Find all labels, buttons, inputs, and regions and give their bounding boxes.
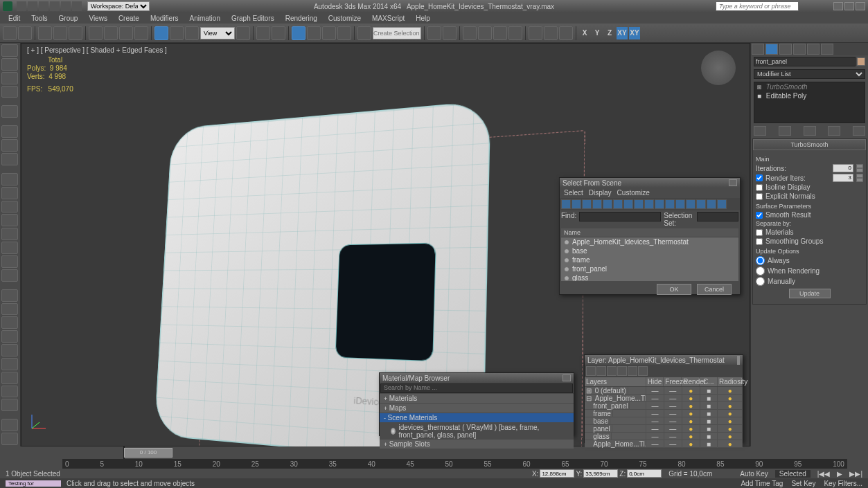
render-iters-spinner[interactable]: 3 [833, 174, 853, 182]
qa-btn[interactable] [39, 1, 48, 11]
filter-btn[interactable] [707, 199, 716, 209]
playback-play-button[interactable]: ▶ [837, 470, 842, 478]
key-filter-select[interactable]: Selected [775, 470, 811, 478]
left-tool[interactable] [1, 330, 18, 343]
material-search-input[interactable]: Search by Name ... [380, 383, 573, 393]
help-search-input[interactable] [716, 1, 799, 11]
layer-row[interactable]: glass——●■● [585, 433, 743, 440]
find-input[interactable] [579, 212, 661, 222]
workspace-select[interactable]: Workspace: Default [87, 1, 150, 11]
redo-button[interactable] [18, 26, 32, 40]
render-iters-check[interactable] [756, 174, 763, 181]
layer-manager-button[interactable] [463, 26, 477, 40]
list-item[interactable]: frame [561, 255, 738, 264]
update-manually-radio[interactable] [756, 277, 765, 286]
object-color-swatch[interactable] [857, 57, 865, 66]
filter-btn[interactable] [675, 199, 685, 209]
spinner-down[interactable] [856, 178, 863, 182]
update-always-radio[interactable] [756, 256, 765, 265]
filter-btn[interactable] [592, 199, 602, 209]
tab-motion[interactable] [793, 44, 806, 55]
new-layer-button[interactable] [586, 366, 596, 376]
select-and-rotate-button[interactable] [170, 26, 184, 40]
filter-btn[interactable] [603, 199, 612, 209]
make-unique-button[interactable] [804, 126, 816, 136]
select-from-scene-dialog[interactable]: Select From Scene Select Display Customi… [559, 177, 741, 295]
left-tool[interactable] [1, 86, 18, 98]
qa-btn[interactable] [17, 1, 26, 11]
left-tool[interactable] [1, 58, 18, 71]
left-tool[interactable] [1, 44, 18, 57]
cancel-button[interactable]: Cancel [697, 284, 732, 295]
menu-modifiers[interactable]: Modifiers [146, 15, 183, 22]
close-icon[interactable] [563, 374, 571, 381]
left-tool[interactable] [1, 289, 18, 302]
pin-stack-button[interactable] [754, 126, 766, 136]
add-time-tag-button[interactable]: Add Time Tag [741, 480, 783, 487]
left-tool[interactable] [1, 228, 18, 240]
undo-button[interactable] [3, 26, 17, 40]
smooth-result-check[interactable] [756, 212, 763, 219]
bind-button[interactable] [69, 26, 82, 40]
menu-rendering[interactable]: Rendering [281, 15, 321, 22]
menu-customize[interactable]: Customize [617, 189, 650, 197]
tab-hierarchy[interactable] [779, 44, 792, 55]
left-tool[interactable] [1, 153, 18, 165]
keyboard-shortcut-button[interactable] [272, 26, 285, 40]
header-layers[interactable]: Layers [585, 377, 646, 386]
header-render[interactable]: Render [682, 377, 700, 386]
list-header-name[interactable]: Name [561, 228, 738, 237]
close-icon[interactable] [738, 356, 740, 365]
filter-btn[interactable] [686, 199, 696, 209]
left-tool[interactable] [1, 344, 18, 356]
menu-tools[interactable]: Tools [27, 15, 51, 22]
add-to-layer-button[interactable] [607, 366, 617, 376]
delete-layer-button[interactable] [596, 366, 606, 376]
rendered-frame-button[interactable] [544, 26, 558, 40]
explicit-normals-check[interactable] [756, 193, 763, 200]
filter-btn[interactable] [561, 199, 571, 209]
coord-z-input[interactable] [627, 469, 662, 478]
menu-create[interactable]: Create [114, 15, 143, 22]
mirror-button[interactable] [427, 26, 441, 40]
close-icon[interactable] [729, 179, 737, 186]
modifier-stack[interactable]: ◙ TurboSmooth ■ Editable Poly [754, 82, 865, 123]
header-freeze[interactable]: Freeze [664, 377, 682, 386]
maximize-button[interactable] [844, 2, 854, 10]
tree-item[interactable]: - Scene Materials [380, 413, 574, 423]
axis-xy2-button[interactable]: XY [629, 27, 640, 39]
left-tool[interactable] [1, 187, 18, 199]
left-tool[interactable] [1, 419, 18, 431]
header-color[interactable]: C... [700, 377, 718, 386]
left-tool[interactable] [1, 173, 18, 186]
menu-select[interactable]: Select [564, 189, 583, 197]
update-when-rendering-radio[interactable] [756, 266, 765, 275]
layer-row[interactable]: base——●■● [585, 417, 743, 425]
menu-maxscript[interactable]: MAXScript [368, 15, 409, 22]
use-pivot-button[interactable] [236, 26, 250, 40]
qa-btn[interactable] [50, 1, 60, 11]
remove-modifier-button[interactable] [828, 126, 840, 136]
snap-toggle-button[interactable] [292, 26, 305, 40]
isoline-check[interactable] [756, 184, 763, 191]
spinner-snap-button[interactable] [337, 26, 351, 40]
select-objects-button[interactable] [617, 366, 627, 376]
left-tool[interactable] [1, 316, 18, 329]
rollout-header[interactable]: TurboSmooth [753, 139, 866, 150]
select-and-manipulate-button[interactable] [256, 26, 270, 40]
render-button[interactable] [559, 26, 573, 40]
tab-modify[interactable] [765, 44, 778, 55]
left-tool[interactable] [1, 72, 18, 84]
highlight-button[interactable] [628, 366, 637, 376]
object-list[interactable]: Name Apple_HomeKit_Idevices_Thermostat b… [561, 228, 738, 281]
time-slider[interactable]: 0 / 100 [123, 446, 125, 459]
iterations-spinner[interactable]: 0 [833, 164, 853, 172]
menu-customize[interactable]: Customize [324, 15, 365, 22]
select-and-scale-button[interactable] [185, 26, 199, 40]
filter-btn[interactable] [572, 199, 581, 209]
list-item[interactable]: Apple_HomeKit_Idevices_Thermostat [561, 237, 738, 246]
coord-x-input[interactable] [540, 469, 574, 478]
curve-editor-button[interactable] [478, 26, 492, 40]
menu-group[interactable]: Group [55, 15, 82, 22]
left-tool[interactable] [1, 269, 18, 282]
